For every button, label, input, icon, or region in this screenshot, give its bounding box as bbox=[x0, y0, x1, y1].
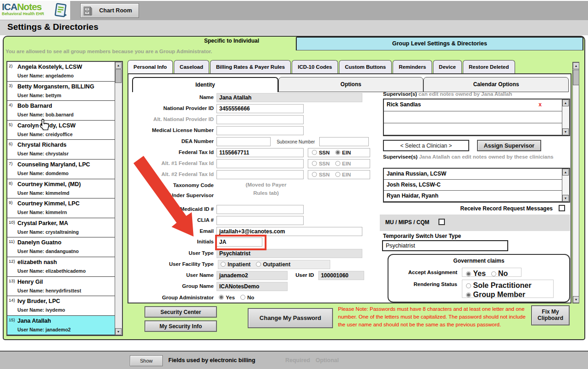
medical-license-input[interactable] bbox=[216, 126, 304, 135]
supervisor-row[interactable] bbox=[384, 111, 569, 123]
scrollbar-thumb[interactable] bbox=[115, 69, 122, 83]
subtab-identity[interactable]: Identity bbox=[132, 77, 278, 92]
select-clinician-dropdown[interactable]: < Select a Clinician > bbox=[383, 140, 469, 151]
ssn-radio[interactable] bbox=[312, 150, 317, 155]
list-item-name: Courtney Kimmel, (MD) bbox=[17, 181, 81, 187]
ein-radio[interactable] bbox=[335, 150, 340, 155]
list-item[interactable]: 13) Henry Gil User Name: henrydrfirsttes… bbox=[7, 277, 115, 297]
suboxone-input[interactable] bbox=[319, 137, 369, 146]
accept-yes-radio[interactable] bbox=[466, 271, 471, 276]
alt1-ssn-radio[interactable] bbox=[312, 161, 317, 166]
fix-clipboard-button[interactable]: Fix My Clipboard bbox=[531, 305, 570, 325]
supervisee-row[interactable]: Janina Russian, LCSW bbox=[384, 169, 569, 180]
alt1-ein-radio[interactable] bbox=[335, 161, 340, 166]
scroll-down-icon[interactable]: ▼ bbox=[562, 128, 569, 135]
panel-scrollbar[interactable]: ▲ ▼ bbox=[572, 62, 579, 303]
subtab-calendar-options[interactable]: Calendar Options bbox=[423, 77, 569, 92]
alt-npi-input[interactable] bbox=[216, 115, 304, 124]
alt-npi-label: Alt. National Provider ID bbox=[130, 115, 214, 122]
supervisor-row[interactable]: Rick Sandlasx bbox=[384, 99, 569, 111]
scroll-down-icon[interactable]: ▼ bbox=[115, 328, 122, 335]
scroll-down-icon[interactable]: ▼ bbox=[562, 195, 569, 202]
my-security-info-button[interactable]: My Security Info bbox=[144, 320, 217, 332]
chart-room-label: Chart Room bbox=[99, 7, 132, 14]
npi-input[interactable]: 3455556666 bbox=[216, 104, 304, 113]
group-member-radio[interactable] bbox=[466, 292, 471, 297]
icanotes-logo: ICANotes Behavioral Health EHR bbox=[0, 1, 70, 20]
mu-mips-checkbox[interactable] bbox=[438, 219, 445, 225]
list-item-username: User Name: angelademo bbox=[17, 73, 74, 78]
list-item[interactable]: 4) Bob Barnard User Name: bob.barnard bbox=[7, 101, 115, 121]
dea-label: DEA Number bbox=[130, 137, 214, 144]
security-center-button[interactable]: Security Center bbox=[144, 306, 217, 318]
show-button[interactable]: Show bbox=[130, 355, 163, 366]
list-item[interactable]: 12) elizabeth nash User Name: elizabethi… bbox=[7, 257, 115, 277]
list-item-number: 7) bbox=[9, 161, 12, 166]
list-item-name: elizabeth nash bbox=[17, 259, 57, 265]
sole-practitioner-radio[interactable] bbox=[466, 283, 471, 288]
tab-custom-buttons[interactable]: Custom Buttons bbox=[339, 60, 392, 74]
list-item[interactable]: 3) Betty Morganstern, BILLING User Name:… bbox=[7, 82, 115, 101]
dea-input[interactable] bbox=[216, 137, 271, 146]
tab-icd10-codes[interactable]: ICD-10 Codes bbox=[292, 60, 338, 74]
alt2-ssn-radio[interactable] bbox=[312, 172, 317, 177]
supervisors-list: Rick Sandlasx ▲ ▼ bbox=[383, 99, 570, 136]
tab-restore-deleted[interactable]: Restore Deleted bbox=[463, 60, 515, 74]
chart-room-button[interactable]: Chart Room bbox=[80, 3, 139, 18]
federal-tax-input[interactable]: 1155667711 bbox=[216, 148, 304, 157]
scroll-up-icon[interactable]: ▲ bbox=[562, 99, 569, 106]
inpatient-radio[interactable] bbox=[221, 262, 226, 267]
list-item[interactable]: 14) Ivy Bruder, LPC User Name: ivydemo bbox=[7, 296, 115, 316]
switch-user-type-dropdown[interactable]: Psychiatrist bbox=[382, 240, 508, 251]
assign-supervisor-button[interactable]: Assign Supervisor bbox=[477, 140, 541, 151]
list-item[interactable]: 9) Courtney Kimmel, LPC User Name: kimme… bbox=[7, 198, 115, 218]
tab-device[interactable]: Device bbox=[433, 60, 462, 74]
outpatient-radio[interactable] bbox=[256, 262, 261, 267]
scroll-up-icon[interactable]: ▲ bbox=[115, 62, 122, 69]
list-item[interactable]: 8) Courtney Kimmel, (MD) User Name: kimm… bbox=[7, 179, 115, 199]
group-admin-no-radio[interactable] bbox=[240, 295, 245, 300]
list-item[interactable]: 11) Danelyn Guatno User Name: dandanguat… bbox=[7, 237, 115, 257]
medicaid-input[interactable] bbox=[216, 205, 304, 214]
accept-no-label: No bbox=[498, 270, 508, 277]
user-name-row: User Namejanademo2 User ID 100001060 bbox=[130, 271, 364, 281]
supervisor-row[interactable] bbox=[384, 123, 569, 135]
group-admin-yes-radio[interactable] bbox=[219, 295, 224, 300]
list-item[interactable]: 7) Counseling Maryland, LPC User Name: d… bbox=[7, 160, 115, 179]
remove-supervisor-icon[interactable]: x bbox=[538, 101, 542, 108]
password-note: Please Note: Passwords must have 8 chara… bbox=[338, 305, 531, 329]
initials-highlight-box bbox=[215, 235, 266, 250]
scroll-down-icon[interactable]: ▼ bbox=[573, 296, 579, 303]
list-item-name: Chrystal Richards bbox=[17, 142, 67, 148]
alt2-ein-radio[interactable] bbox=[335, 172, 340, 177]
scrollbar-thumb[interactable] bbox=[573, 70, 579, 85]
clia-input[interactable] bbox=[216, 216, 304, 225]
list-item-username: User Name: chrystalsr bbox=[17, 151, 68, 156]
change-password-button[interactable]: Change My Password bbox=[248, 308, 333, 328]
scroll-up-icon[interactable]: ▲ bbox=[562, 169, 569, 176]
tab-caseload[interactable]: Caseload bbox=[174, 60, 209, 74]
receive-records-checkbox[interactable] bbox=[559, 205, 565, 211]
subtab-options[interactable]: Options bbox=[278, 77, 424, 92]
list-item[interactable]: 10) Crystal Parker, MA User Name: crysta… bbox=[7, 218, 115, 238]
list-item-name: Jana Atallah bbox=[17, 318, 51, 324]
alt2-federal-tax-input[interactable] bbox=[216, 170, 304, 179]
group-admin-no-label: No bbox=[247, 295, 254, 300]
alt1-federal-tax-input[interactable] bbox=[216, 159, 304, 168]
list-item[interactable]: 6) Chrystal Richards User Name: chrystal… bbox=[7, 140, 115, 160]
list-item[interactable]: 2) Angela Kostelyk, LCSW User Name: ange… bbox=[7, 62, 115, 82]
scroll-up-icon[interactable]: ▲ bbox=[573, 62, 579, 69]
clinician-list-scrollbar[interactable]: ▲ ▼ bbox=[115, 62, 122, 335]
supervisors-scrollbar[interactable]: ▲ ▼ bbox=[562, 99, 569, 135]
supervisee-row[interactable]: Ryan Haidar, Ryanh bbox=[384, 191, 569, 202]
tab-reminders[interactable]: Reminders bbox=[393, 60, 432, 74]
supervisee-row[interactable]: Josh Reiss, LCSW-C bbox=[384, 180, 569, 191]
supervisees-scrollbar[interactable]: ▲ ▼ bbox=[562, 169, 569, 202]
list-item[interactable]: 5) Carolyn Reidy, LCSW User Name: creidy… bbox=[7, 121, 115, 140]
group-admin-row: Group Administrator YesNo bbox=[130, 293, 260, 303]
name-row: NameJana Atallah bbox=[130, 93, 362, 103]
tab-group-level-settings[interactable]: Group Level Settings & Directories bbox=[296, 37, 583, 50]
list-item[interactable]: 15) Jana Atallah User Name: janademo2 bbox=[7, 316, 115, 336]
tab-billing-rates[interactable]: Billing Rates & Payer Rules bbox=[210, 60, 291, 74]
accept-no-radio[interactable] bbox=[491, 271, 496, 276]
